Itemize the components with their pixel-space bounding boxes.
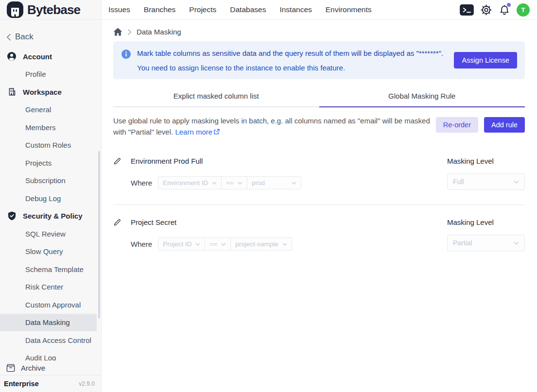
notification-dot bbox=[507, 3, 511, 7]
tab-explict-masked-column-list[interactable]: Explict masked column list bbox=[113, 92, 319, 107]
sidebar-item-members[interactable]: Members bbox=[0, 119, 101, 136]
rule-divider bbox=[113, 205, 525, 205]
sidebar-nav-list: Account Profile Workspace General Member… bbox=[0, 48, 101, 360]
nav-environments[interactable]: Environments bbox=[326, 5, 372, 14]
section-label: Security & Policy bbox=[23, 212, 83, 220]
breadcrumb-current: Data Masking bbox=[137, 28, 181, 36]
archive-icon bbox=[6, 364, 15, 372]
sql-editor-terminal-icon[interactable] bbox=[460, 4, 474, 16]
sidebar-item-risk-center[interactable]: Risk Center bbox=[0, 278, 101, 296]
sidebar-item-data-masking[interactable]: Data Masking bbox=[0, 314, 97, 332]
sidebar-item-projects[interactable]: Projects bbox=[0, 154, 101, 172]
home-icon[interactable] bbox=[113, 28, 122, 36]
sidebar-item-sql-review[interactable]: SQL Review bbox=[0, 225, 101, 243]
settings-sidebar: Back Account Profile Workspace General bbox=[0, 20, 102, 392]
pencil-icon[interactable] bbox=[113, 219, 121, 226]
masking-rule-row: Project Secret Where Project ID == bbox=[113, 218, 525, 266]
breadcrumb: Data Masking bbox=[113, 20, 525, 37]
masking-level-area: Masking Level Full bbox=[447, 157, 525, 190]
app-window: Bytebase Issues Branches Projects Databa… bbox=[0, 0, 537, 392]
masking-level-label: Masking Level bbox=[447, 157, 525, 165]
nav-branches[interactable]: Branches bbox=[144, 5, 175, 14]
global-rule-description: Use global rule to apply masking levels … bbox=[113, 116, 435, 137]
tabs: Explict masked column list Global Maskin… bbox=[113, 92, 525, 107]
version-label: v2.9.0 bbox=[79, 380, 95, 387]
info-icon bbox=[121, 49, 131, 61]
back-label: Back bbox=[15, 32, 34, 42]
bytebase-logo-icon bbox=[6, 1, 24, 18]
sidebar-item-subscription[interactable]: Subscription bbox=[0, 172, 101, 190]
sidebar-section-workspace: Workspace bbox=[0, 83, 101, 101]
sidebar-item-general[interactable]: General bbox=[0, 101, 101, 119]
masking-rule-row: Environment Prod Full Where Environment … bbox=[113, 157, 525, 205]
chevron-left-icon bbox=[6, 34, 11, 41]
user-icon bbox=[7, 51, 17, 61]
assign-license-button[interactable]: Assign License bbox=[454, 52, 517, 68]
where-label: Where bbox=[131, 240, 152, 248]
sidebar-item-audit-log[interactable]: Audit Log bbox=[0, 349, 101, 361]
learn-more-label: Learn more bbox=[175, 128, 212, 136]
nav-databases[interactable]: Databases bbox=[230, 5, 266, 14]
plan-label: Enterprise bbox=[4, 380, 39, 388]
shield-icon bbox=[7, 211, 17, 221]
description-text: Use global rule to apply masking levels … bbox=[113, 117, 430, 136]
sidebar-item-archive[interactable]: Archive bbox=[0, 360, 101, 375]
masking-rule-list: Environment Prod Full Where Environment … bbox=[113, 157, 525, 266]
sidebar-item-custom-roles[interactable]: Custom Roles bbox=[0, 136, 101, 154]
avatar[interactable]: T bbox=[517, 3, 530, 17]
top-right-actions: T bbox=[460, 0, 537, 19]
license-banner: Mark table columns as sensitive data and… bbox=[113, 41, 525, 79]
top-bar: Bytebase Issues Branches Projects Databa… bbox=[0, 0, 537, 20]
sidebar-item-schema-template[interactable]: Schema Template bbox=[0, 260, 101, 278]
rule-title: Environment Prod Full bbox=[131, 157, 203, 165]
back-button[interactable]: Back bbox=[6, 32, 101, 42]
gear-icon[interactable] bbox=[480, 4, 492, 16]
banner-line2: You need to assign license to the instan… bbox=[137, 64, 448, 72]
section-label: Workspace bbox=[23, 88, 62, 96]
sidebar-footer: Enterprise v2.9.0 bbox=[0, 375, 101, 392]
value-dropdown[interactable]: prod bbox=[247, 176, 301, 189]
nav-instances[interactable]: Instances bbox=[279, 5, 312, 14]
sidebar-item-custom-approval[interactable]: Custom Approval bbox=[0, 296, 101, 314]
add-rule-button[interactable]: Add rule bbox=[484, 117, 525, 133]
sidebar-item-debug-log[interactable]: Debug Log bbox=[0, 189, 101, 207]
main-content: Data Masking Mark table columns as sensi… bbox=[102, 20, 537, 392]
sidebar-section-account: Account bbox=[0, 48, 101, 66]
factor-dropdown[interactable]: Project ID bbox=[158, 238, 205, 251]
masking-level-area: Masking Level Partial bbox=[447, 218, 525, 251]
rule-title: Project Secret bbox=[131, 218, 176, 226]
description-row: Use global rule to apply masking levels … bbox=[113, 116, 525, 137]
brand-logo[interactable]: Bytebase bbox=[0, 0, 102, 19]
factor-dropdown[interactable]: Environment ID bbox=[158, 176, 222, 189]
rule-condition-area: Project Secret Where Project ID == bbox=[113, 218, 447, 251]
rule-condition-area: Environment Prod Full Where Environment … bbox=[113, 157, 447, 189]
pencil-icon[interactable] bbox=[113, 157, 121, 165]
operator-dropdown[interactable]: == bbox=[205, 238, 231, 251]
building-icon bbox=[7, 87, 17, 96]
learn-more-link[interactable]: Learn more bbox=[175, 128, 220, 136]
top-nav: Issues Branches Projects Databases Insta… bbox=[102, 0, 372, 19]
section-label: Account bbox=[23, 52, 52, 61]
operator-dropdown[interactable]: == bbox=[221, 176, 247, 189]
banner-text: Mark table columns as sensitive data and… bbox=[137, 49, 448, 72]
bell-icon[interactable] bbox=[499, 4, 510, 16]
reorder-button[interactable]: Re-order bbox=[436, 117, 478, 133]
sidebar-item-slow-query[interactable]: Slow Query bbox=[0, 243, 101, 261]
nav-issues[interactable]: Issues bbox=[108, 5, 130, 14]
brand-name: Bytebase bbox=[27, 2, 80, 17]
chevron-right-icon bbox=[128, 29, 131, 35]
masking-level-label: Masking Level bbox=[447, 218, 525, 226]
masking-level-select[interactable]: Partial bbox=[447, 235, 525, 251]
masking-level-select[interactable]: Full bbox=[447, 173, 525, 190]
sidebar-scrollbar[interactable] bbox=[98, 151, 100, 319]
rule-actions: Re-order Add rule bbox=[436, 116, 525, 133]
value-dropdown[interactable]: project-sample bbox=[230, 238, 292, 251]
tab-global-masking-rule[interactable]: Global Masking Rule bbox=[319, 92, 525, 107]
sidebar-item-data-access-control[interactable]: Data Access Control bbox=[0, 331, 101, 349]
external-link-icon bbox=[213, 129, 220, 135]
condition-expression: Environment ID == prod bbox=[158, 176, 301, 189]
sidebar-item-profile[interactable]: Profile bbox=[0, 66, 101, 84]
nav-projects[interactable]: Projects bbox=[189, 5, 216, 14]
where-label: Where bbox=[131, 179, 152, 187]
condition-expression: Project ID == project-sample bbox=[158, 238, 292, 251]
